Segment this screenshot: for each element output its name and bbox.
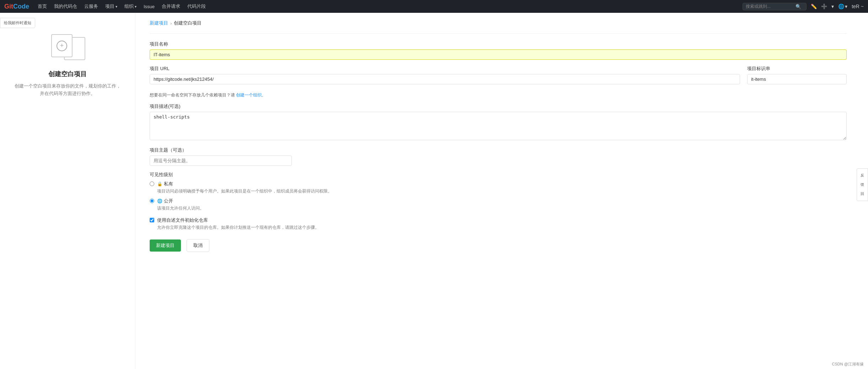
divider [150, 33, 847, 34]
visibility-private-desc: 项目访问必须明确授予每个用户。如果此项目是在一个组织中，组织成员将会获得访问权限… [157, 188, 332, 194]
nav-links: 首页 我的代码仓 云服务 项目 ▾ 组织 ▾ Issue 合并请求 代码片段 [35, 2, 743, 11]
search-bar[interactable]: 🔍 [743, 3, 807, 10]
user-avatar[interactable]: teR ~ [852, 4, 864, 9]
themes-label: 项目主题（可选） [150, 147, 847, 153]
search-input[interactable] [746, 4, 795, 9]
file-front-icon: + [51, 34, 73, 57]
navbar: GitCode 首页 我的代码仓 云服务 项目 ▾ 组织 ▾ Issue 合并请… [0, 0, 868, 13]
feedback-item-1[interactable]: 反 [859, 172, 866, 179]
breadcrumb-link[interactable]: 新建项目 [150, 20, 168, 26]
project-name-section: 项目名称 [150, 41, 847, 60]
visibility-private-radio[interactable] [150, 181, 154, 186]
project-url-label: 项目 URL [150, 65, 740, 72]
project-url-section: 项目 URL [150, 65, 740, 84]
nav-home[interactable]: 首页 [35, 2, 50, 11]
nav-merge[interactable]: 合并请求 [159, 2, 183, 11]
visibility-label: 可见性级别 [150, 172, 847, 178]
navbar-right: ✏️ ➕ ▾ 🌐 ▾ teR ~ [811, 4, 864, 9]
init-repo-desc: 允许你立即克隆这个项目的仓库。如果你计划推送一个现有的仓库，请跳过这个步骤。 [157, 224, 319, 231]
cancel-button[interactable]: 取消 [187, 239, 209, 252]
project-identifier-label: 项目标识串 [747, 65, 847, 72]
chevron-down-icon: ▾ [116, 5, 117, 9]
visibility-private-title: 🔒 私有 [157, 181, 332, 187]
init-repo-label: 使用自述文件初始化仓库 [157, 217, 319, 223]
submit-button[interactable]: 新建项目 [150, 239, 181, 252]
visibility-public-radio[interactable] [150, 199, 154, 203]
breadcrumb-separator: › [170, 21, 172, 26]
sidebar-notification: 给我邮件时通知 [0, 18, 35, 28]
init-repo-row: 使用自述文件初始化仓库 允许你立即克隆这个项目的仓库。如果你计划推送一个现有的仓… [150, 217, 847, 231]
init-repo-checkbox[interactable] [150, 218, 154, 222]
nav-cloud[interactable]: 云服务 [81, 2, 101, 11]
themes-section: 项目主题（可选） [150, 147, 847, 166]
search-icon: 🔍 [795, 4, 801, 9]
visibility-private-content: 🔒 私有 项目访问必须明确授予每个用户。如果此项目是在一个组织中，组织成员将会获… [157, 181, 332, 194]
visibility-section: 可见性级别 🔒 私有 项目访问必须明确授予每个用户。如果此项目是在一个组织中，组… [150, 172, 847, 211]
lock-icon: 🔒 [157, 181, 162, 186]
visibility-public-content: 🌐 公开 该项目允许任何人访问。 [157, 198, 204, 211]
chevron-down-icon: ▾ [135, 5, 136, 9]
plus-circle-icon: + [57, 41, 67, 51]
nav-project[interactable]: 项目 ▾ [102, 2, 120, 11]
description-label: 项目描述(可选) [150, 103, 847, 110]
project-identifier-input[interactable] [747, 74, 847, 84]
logo-git: Git [4, 3, 13, 10]
globe-icon: 🌐 [157, 199, 162, 204]
left-title: 创建空白项目 [48, 70, 87, 78]
plus-icon[interactable]: ➕ [821, 4, 827, 9]
chevron-down-icon: ▾ [845, 4, 847, 9]
visibility-public-title: 🌐 公开 [157, 198, 204, 204]
feedback-item-2[interactable]: 馈 [859, 181, 866, 189]
project-icon-area: + [50, 34, 85, 63]
project-name-input[interactable] [150, 49, 847, 60]
init-repo-section: 使用自述文件初始化仓库 允许你立即克隆这个项目的仓库。如果你计划推送一个现有的仓… [150, 217, 847, 231]
button-row: 新建项目 取消 [150, 239, 847, 252]
nav-org[interactable]: 组织 ▾ [122, 2, 139, 11]
project-url-input[interactable] [150, 74, 740, 84]
right-panel: 新建项目 › 创建空白项目 项目名称 项目 URL 项目标识串 想要在同一命名空… [135, 13, 868, 369]
init-repo-content: 使用自述文件初始化仓库 允许你立即克隆这个项目的仓库。如果你计划推送一个现有的仓… [157, 217, 319, 231]
page-footer: CSDN @江湖有缘 [828, 359, 868, 369]
breadcrumb-current: 创建空白项目 [174, 20, 202, 26]
nav-snippet[interactable]: 代码片段 [184, 2, 209, 11]
chevron-down-icon[interactable]: ▾ [831, 4, 834, 9]
themes-input[interactable] [150, 155, 292, 166]
visibility-public-option: 🌐 公开 该项目允许任何人访问。 [150, 198, 847, 211]
feedback-item-3[interactable]: 回 [859, 190, 866, 198]
description-textarea[interactable]: shell-scripts [150, 112, 847, 140]
visibility-private-option: 🔒 私有 项目访问必须明确授予每个用户。如果此项目是在一个组织中，组织成员将会获… [150, 181, 847, 194]
url-row: 项目 URL 项目标识串 [150, 65, 847, 90]
left-desc: 创建一个空白项目来存放你的文件，规划你的工作，并在代码等方面进行协作。 [14, 83, 121, 97]
project-name-label: 项目名称 [150, 41, 847, 47]
left-panel: + 创建空白项目 创建一个空白项目来存放你的文件，规划你的工作，并在代码等方面进… [0, 13, 135, 369]
page-wrapper: + 创建空白项目 创建一个空白项目来存放你的文件，规划你的工作，并在代码等方面进… [0, 0, 868, 369]
logo[interactable]: GitCode [4, 3, 29, 10]
visibility-public-desc: 该项目允许任何人访问。 [157, 205, 204, 211]
create-org-link[interactable]: 创建一个组织。 [236, 93, 266, 97]
url-hint: 想要在同一命名空间下存放几个依赖项目？请 创建一个组织。 [150, 92, 847, 98]
language-icon[interactable]: 🌐 ▾ [838, 4, 847, 9]
edit-icon[interactable]: ✏️ [811, 4, 817, 9]
nav-myrepo[interactable]: 我的代码仓 [51, 2, 80, 11]
project-identifier-section: 项目标识串 [747, 65, 847, 84]
right-float-panel: 反 馈 回 [857, 168, 868, 201]
breadcrumb: 新建项目 › 创建空白项目 [150, 20, 847, 26]
nav-issue[interactable]: Issue [141, 2, 157, 11]
description-section: 项目描述(可选) shell-scripts [150, 103, 847, 141]
logo-code: Code [13, 3, 29, 10]
